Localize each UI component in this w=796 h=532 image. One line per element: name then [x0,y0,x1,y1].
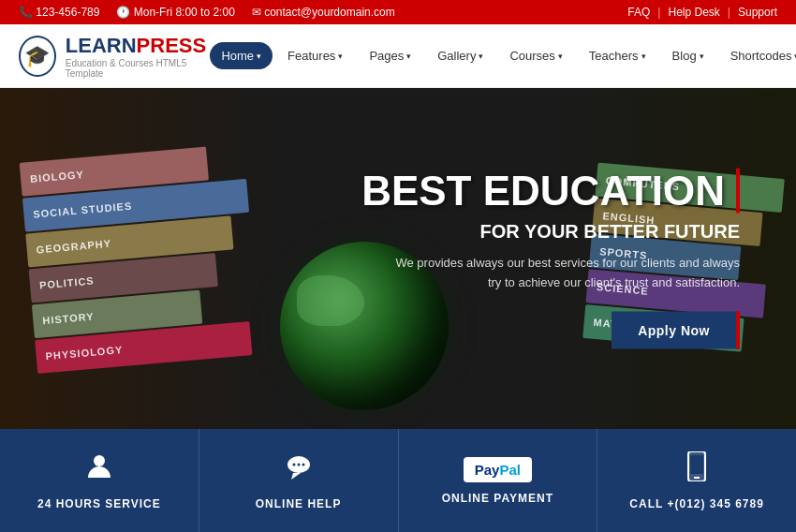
hero-subtitle: FOR YOUR BETTER FUTURE [346,221,740,243]
payment-label: ONLINE PAYMENT [442,492,553,505]
paypal-pay: Pay [475,462,500,478]
apply-now-button[interactable]: Apply Now [612,311,740,348]
books-stack-left: BIOLOGY SOCIAL STUDIES GEOGRAPHY POLITIC… [20,143,262,374]
footer-item-call: CALL +(012) 345 6789 [597,429,796,532]
faq-link[interactable]: FAQ [627,6,650,19]
logo-learn: LEARN [66,34,137,57]
logo-sub: Education & Courses HTML5 Template [66,58,211,79]
nav-blog[interactable]: Blog ▾ [661,42,715,69]
svg-point-3 [297,463,300,466]
books-left: BIOLOGY SOCIAL STUDIES GEOGRAPHY POLITIC… [0,88,281,429]
svg-point-0 [94,455,105,466]
footer-item-payment: PayPal ONLINE PAYMENT [399,429,598,532]
svg-rect-8 [690,455,703,474]
footer-item-service: 24 HOURS SERVICE [0,429,199,532]
email-label: ✉ contact@yourdomain.com [252,6,395,19]
chat-icon [284,451,314,488]
paypal-pal: Pal [499,462,521,478]
call-label: CALL +(012) 345 6789 [629,497,764,510]
logo: 🎓 LEARNPRESS Education & Courses HTML5 T… [19,34,210,79]
nav-gallery[interactable]: Gallery ▾ [426,42,494,69]
chevron-down-icon: ▾ [338,52,343,61]
top-bar-left: 📞 123-456-789 🕐 Mon-Fri 8:00 to 2:00 ✉ c… [19,6,395,19]
phone-icon-label: 📞 123-456-789 [19,6,99,19]
chevron-down-icon: ▾ [558,52,563,61]
separator: | [657,6,660,19]
chevron-down-icon: ▾ [479,52,483,61]
hero-title: BEST EDUCATION [346,169,740,214]
nav-home[interactable]: Home ▾ [210,42,273,69]
hero-section: BIOLOGY SOCIAL STUDIES GEOGRAPHY POLITIC… [0,88,796,429]
help-label: ONLINE HELP [256,497,342,510]
nav-teachers[interactable]: Teachers ▾ [578,42,657,69]
service-label: 24 HOURS SERVICE [37,497,161,510]
person-icon [84,451,114,488]
hero-content: BEST EDUCATION FOR YOUR BETTER FUTURE We… [346,169,740,349]
nav-pages[interactable]: Pages ▾ [358,42,422,69]
main-nav: Home ▾ Features ▾ Pages ▾ Gallery ▾ Cour… [210,42,796,69]
chevron-down-icon: ▾ [257,52,261,61]
svg-point-2 [292,463,295,466]
chevron-down-icon: ▾ [406,52,411,61]
logo-text: LEARNPRESS [66,34,211,58]
svg-point-4 [302,463,304,466]
logo-text-wrap: LEARNPRESS Education & Courses HTML5 Tem… [66,34,211,79]
chevron-down-icon: ▾ [641,52,646,61]
nav-shortcodes[interactable]: Shortcodes ▾ [719,42,796,69]
footer-bar: 24 HOURS SERVICE ONLINE HELP PayPal ONLI… [0,429,796,532]
nav-features[interactable]: Features ▾ [276,42,354,69]
mobile-icon [686,451,707,488]
top-bar-right: FAQ | Help Desk | Support [627,6,777,19]
helpdesk-link[interactable]: Help Desk [668,6,719,19]
header: 🎓 LEARNPRESS Education & Courses HTML5 T… [0,24,796,88]
footer-item-help: ONLINE HELP [199,429,399,532]
paypal-logo: PayPal [464,457,532,482]
hero-description: We provides always our best services for… [346,254,740,293]
logo-icon: 🎓 [19,36,56,77]
chevron-down-icon: ▾ [700,52,704,61]
separator2: | [728,6,730,19]
top-bar: 📞 123-456-789 🕐 Mon-Fri 8:00 to 2:00 ✉ c… [0,0,796,24]
hours-label: 🕐 Mon-Fri 8:00 to 2:00 [116,6,234,19]
logo-press: PRESS [137,34,207,57]
support-link[interactable]: Support [738,6,777,19]
nav-courses[interactable]: Courses ▾ [498,42,573,69]
